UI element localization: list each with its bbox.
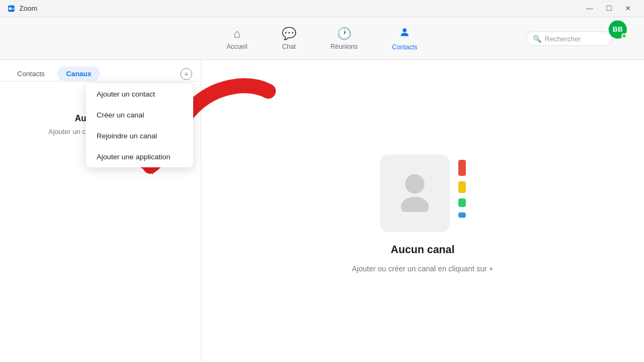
search-placeholder: Rechercher bbox=[545, 34, 581, 42]
tab-pill-contacts[interactable]: Contacts bbox=[9, 67, 53, 81]
search-box[interactable]: 🔍 Rechercher bbox=[526, 31, 612, 46]
dropdown-item-add-contact[interactable]: Ajouter un contact bbox=[86, 84, 193, 105]
dropdown-item-add-app[interactable]: Ajouter une application bbox=[86, 146, 193, 167]
right-empty-subtitle: Ajouter ou créer un canal en cliquant su… bbox=[352, 264, 493, 273]
tab-reunions-label: Réunions bbox=[331, 43, 358, 50]
tab-pill-canaux[interactable]: Canaux bbox=[57, 67, 100, 81]
window-controls: — ☐ ✕ bbox=[580, 2, 638, 15]
tab-contacts-label: Contacts bbox=[392, 43, 418, 51]
illus-person-icon bbox=[396, 169, 434, 218]
title-bar: Zoom — ☐ ✕ bbox=[0, 0, 644, 17]
tab-chat-label: Chat bbox=[282, 43, 296, 50]
tab-contacts[interactable]: Contacts bbox=[386, 22, 424, 55]
add-button[interactable]: + bbox=[180, 68, 192, 80]
close-button[interactable]: ✕ bbox=[619, 2, 638, 15]
dropdown-item-join-canal[interactable]: Rejoindre un canal bbox=[86, 125, 193, 146]
contacts-icon bbox=[399, 26, 411, 41]
left-panel: Contacts Canaux + Ajouter un contact Cré… bbox=[0, 60, 201, 362]
illus-bar-yellow bbox=[458, 181, 466, 193]
nav-tabs: ⌂ Accueil 💬 Chat 🕐 Réunions Contacts bbox=[220, 22, 424, 55]
tab-reunions[interactable]: 🕐 Réunions bbox=[324, 23, 364, 55]
dropdown-menu: Ajouter un contact Créer un canal Rejoin… bbox=[86, 84, 193, 167]
right-panel: Aucun canal Ajouter ou créer un canal en… bbox=[201, 60, 644, 362]
tab-accueil[interactable]: ⌂ Accueil bbox=[220, 23, 254, 55]
search-icon: 🔍 bbox=[533, 34, 541, 42]
app-logo: Zoom bbox=[6, 4, 37, 13]
panel-tabs-header: Contacts Canaux + bbox=[0, 60, 201, 82]
illus-bar-red bbox=[458, 160, 466, 176]
illustration bbox=[380, 149, 466, 235]
zoom-logo-icon bbox=[6, 4, 16, 13]
tab-accueil-label: Accueil bbox=[226, 43, 247, 50]
user-avatar[interactable]: BB bbox=[609, 20, 627, 39]
illus-bar-green bbox=[458, 198, 466, 207]
svg-rect-0 bbox=[9, 7, 12, 10]
maximize-button[interactable]: ☐ bbox=[599, 2, 619, 15]
nav-bar: ⌂ Accueil 💬 Chat 🕐 Réunions Contacts 🔍 R… bbox=[0, 17, 644, 60]
accueil-icon: ⌂ bbox=[233, 27, 240, 41]
minimize-button[interactable]: — bbox=[580, 2, 599, 15]
main-content: Contacts Canaux + Ajouter un contact Cré… bbox=[0, 60, 644, 362]
svg-point-1 bbox=[403, 28, 407, 32]
svg-point-3 bbox=[405, 174, 425, 194]
avatar-status-badge bbox=[621, 33, 627, 39]
dropdown-item-create-canal[interactable]: Créer un canal bbox=[86, 105, 193, 125]
illus-bars bbox=[458, 160, 466, 218]
avatar-wrap: BB bbox=[617, 29, 635, 48]
chat-icon: 💬 bbox=[282, 27, 296, 41]
illus-bar-blue bbox=[458, 212, 466, 218]
svg-point-4 bbox=[401, 197, 429, 212]
tab-chat[interactable]: 💬 Chat bbox=[275, 23, 303, 55]
reunions-icon: 🕐 bbox=[337, 27, 352, 41]
right-empty-title: Aucun canal bbox=[391, 243, 455, 256]
illus-card bbox=[380, 154, 450, 232]
